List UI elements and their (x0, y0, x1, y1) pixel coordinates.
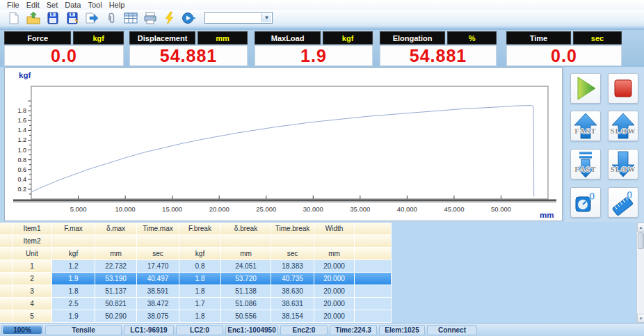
readout-label: Displacement (129, 31, 195, 45)
data-cell: 0.8 (179, 260, 221, 273)
exit-icon (181, 11, 198, 25)
toolbar-save-button[interactable] (43, 10, 63, 25)
readout-unit: mm (198, 31, 248, 45)
menu-item-file[interactable]: File (3, 1, 23, 9)
data-cell: 20.000 (314, 285, 355, 298)
table-icon (122, 11, 139, 25)
y-tick-label: 0.6 (17, 166, 26, 173)
data-cell: 53.190 (95, 273, 137, 285)
save-icon (45, 11, 61, 25)
chart-svg: 0.20.40.60.81.01.21.41.61.85.00010.00015… (5, 68, 562, 221)
slow-up-button[interactable]: SLOW (608, 111, 638, 141)
toolbar-attach-button[interactable] (102, 10, 121, 25)
row-index: 5 (13, 310, 52, 323)
vertical-scrollbar[interactable]: ▲ ▼ (636, 223, 644, 323)
data-cell: 38.075 (137, 310, 179, 323)
zero-length-button[interactable]: 0 (608, 187, 638, 218)
table-item2-row: Item2 (0, 235, 392, 248)
table-row[interactable]: 11.222.73217.4700.824.05118.38320.000 (0, 260, 392, 273)
print-icon (142, 11, 159, 25)
row-label: Unit (13, 248, 52, 260)
data-cell: 50.556 (221, 310, 271, 323)
unit-cell: mm (221, 248, 271, 260)
gutter-cell (0, 298, 13, 310)
data-cell: 18.383 (271, 260, 314, 273)
menu-item-tool[interactable]: Tool (84, 1, 105, 9)
empty-cell (52, 235, 95, 248)
empty-cell (355, 310, 392, 323)
data-cell: 38.154 (271, 310, 314, 323)
unit-cell: kgf (179, 248, 221, 260)
data-cell: 40.497 (137, 273, 179, 285)
toolbar-export-button[interactable] (82, 10, 102, 25)
readout-panel-force: Forcekgf0.0 (4, 31, 124, 66)
readout-panel-elongation: Elongation%54.881 (380, 31, 497, 66)
stop-button[interactable] (608, 73, 638, 104)
table-row[interactable]: 21.953.19040.4971.853.72040.73520.000 (0, 273, 392, 285)
menu-item-help[interactable]: Help (106, 1, 129, 9)
status-text: LC2:0 (190, 326, 209, 334)
zero-load-button[interactable]: 0 (570, 187, 601, 218)
data-cell: 20.000 (314, 260, 355, 273)
export-icon (83, 11, 100, 25)
status-time: Time:224.3 (330, 325, 377, 335)
readout-panel-row: Forcekgf0.0Displacementmm54.881MaxLoadkg… (0, 30, 644, 67)
toolbar-save-as-button[interactable] (63, 10, 82, 25)
data-cell: 38.631 (271, 298, 314, 310)
start-button[interactable] (570, 73, 601, 104)
force-displacement-chart: 0.20.40.60.81.01.21.41.61.85.00010.00015… (4, 67, 563, 221)
status-text: 100% (13, 326, 31, 334)
row-index: 3 (13, 285, 52, 298)
empty-cell (137, 235, 179, 248)
x-tick-label: 30.000 (303, 205, 323, 213)
scroll-up-icon[interactable]: ▲ (637, 223, 644, 232)
data-cell: 1.8 (179, 285, 221, 298)
readout-label: Time (506, 31, 571, 45)
data-cell: 22.732 (95, 260, 137, 273)
table-row[interactable]: 51.950.29038.0751.850.55638.15420.000 (0, 310, 392, 323)
gutter-cell (0, 260, 13, 273)
column-header: Time.break (271, 223, 314, 235)
toolbar-quick-start-button[interactable] (160, 10, 179, 25)
fast-down-button[interactable]: FAST (570, 149, 601, 179)
toolbar-new-file-button[interactable] (4, 10, 24, 25)
unit-cell: kgf (52, 248, 95, 260)
scroll-down-icon[interactable]: ▼ (637, 314, 644, 323)
new-file-icon (6, 11, 22, 25)
column-header: Width (314, 223, 355, 235)
column-header: F.max (52, 223, 95, 235)
chevron-down-icon: ▼ (261, 13, 271, 22)
data-cell: 40.735 (271, 273, 314, 285)
data-cell: 50.290 (95, 310, 137, 323)
gutter-cell (355, 235, 392, 248)
column-header: F.break (179, 223, 221, 235)
toolbar-exit-button[interactable] (179, 10, 199, 25)
empty-cell (221, 235, 271, 248)
table-row[interactable]: 42.550.82138.4721.751.08638.63120.000 (0, 298, 392, 310)
readout-unit: sec (573, 31, 622, 45)
table-row[interactable]: 31.851.13738.5911.851.13838.63020.000 (0, 285, 392, 298)
open-file-icon (25, 11, 42, 25)
empty-cell (355, 273, 392, 285)
menu-item-set[interactable]: Set (43, 1, 62, 9)
data-cell: 2.5 (52, 298, 95, 310)
y-tick-label: 0.8 (17, 157, 26, 163)
unit-cell: sec (271, 248, 314, 260)
test-select-combobox[interactable]: ▼ (204, 12, 273, 24)
data-cell: 1.8 (179, 310, 221, 323)
data-cell: 38.472 (137, 298, 179, 310)
column-header: Item1 (13, 223, 52, 235)
menu-item-edit[interactable]: Edit (23, 1, 43, 9)
scrollbar-thumb[interactable] (638, 232, 644, 249)
data-cell: 17.470 (137, 260, 179, 273)
empty-cell (355, 298, 392, 310)
slow-down-button[interactable]: SLOW (608, 149, 638, 179)
toolbar-open-file-button[interactable] (24, 10, 43, 25)
row-index: 4 (13, 298, 52, 310)
y-tick-label: 0.4 (17, 176, 26, 183)
toolbar-table-button[interactable] (121, 10, 140, 25)
fast-up-button[interactable]: FAST (570, 111, 601, 141)
menu-item-data[interactable]: Data (61, 1, 84, 9)
toolbar-print-button[interactable] (140, 10, 160, 25)
x-tick-label: 40.000 (397, 205, 417, 213)
